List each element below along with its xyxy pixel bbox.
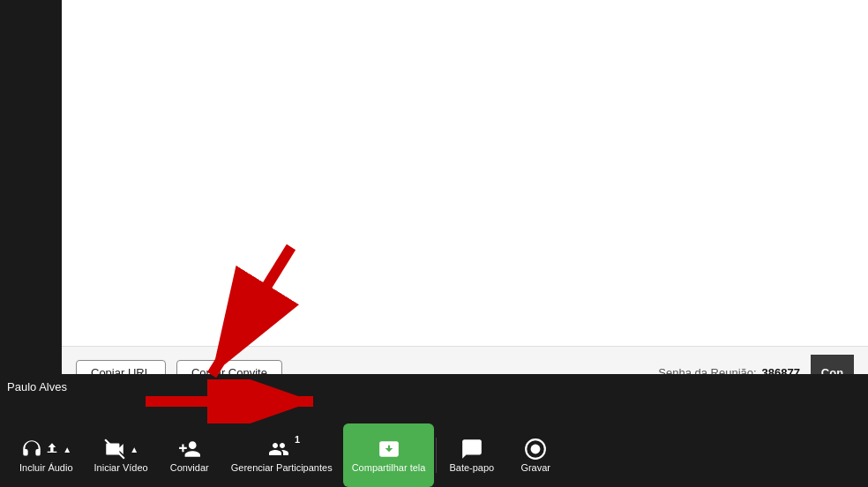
toolbar-item-participants[interactable]: 1 Gerenciar Participantes [221, 423, 343, 487]
invite-label: Convidar [170, 462, 209, 473]
audio-icon-wrap: ▲ [20, 438, 71, 461]
svg-point-4 [531, 445, 541, 454]
record-label: Gravar [520, 462, 550, 473]
share-screen-icon [378, 438, 400, 461]
chat-icon [460, 438, 483, 461]
toolbar-item-audio[interactable]: ▲ Incluir Áudio [9, 423, 84, 487]
toolbar-item-chat[interactable]: Bate-papo [438, 423, 505, 487]
record-icon [524, 438, 547, 461]
upload-icon [45, 442, 59, 456]
record-icon-wrap [524, 438, 547, 461]
participants-icon [268, 438, 295, 461]
user-name: Paulo Alves [7, 380, 67, 393]
headphone-icon [20, 438, 43, 461]
main-content-area: Copiar URL Copiar Convite Senha da Reuni… [62, 0, 868, 399]
video-icon-wrap: ▲ [103, 438, 138, 461]
participants-badge: 1 [295, 434, 300, 445]
invite-icon-wrap [178, 438, 201, 461]
audio-label: Incluir Áudio [19, 462, 73, 473]
toolbar-item-record[interactable]: Gravar [505, 423, 566, 487]
video-icon [103, 438, 126, 461]
toolbar-item-invite[interactable]: Convidar [159, 423, 221, 487]
toolbar: ▲ Incluir Áudio ▲ Iniciar Vídeo Convidar [0, 423, 868, 487]
name-bar: Paulo Alves [0, 374, 868, 399]
share-label: Compartilhar tela [352, 462, 426, 473]
participants-label: Gerenciar Participantes [231, 462, 333, 473]
add-person-icon [178, 438, 201, 461]
toolbar-item-video[interactable]: ▲ Iniciar Vídeo [84, 423, 159, 487]
chat-icon-wrap [460, 438, 483, 461]
audio-chevron-icon: ▲ [63, 445, 71, 454]
separator-1 [436, 438, 437, 473]
video-chevron-icon: ▲ [130, 445, 138, 454]
share-icon-wrap [378, 438, 400, 461]
chat-label: Bate-papo [449, 462, 494, 473]
participants-icon-wrap: 1 [268, 438, 295, 461]
toolbar-item-share[interactable]: Compartilhar tela [343, 423, 435, 487]
video-label: Iniciar Vídeo [94, 462, 148, 473]
left-sidebar [0, 0, 62, 399]
